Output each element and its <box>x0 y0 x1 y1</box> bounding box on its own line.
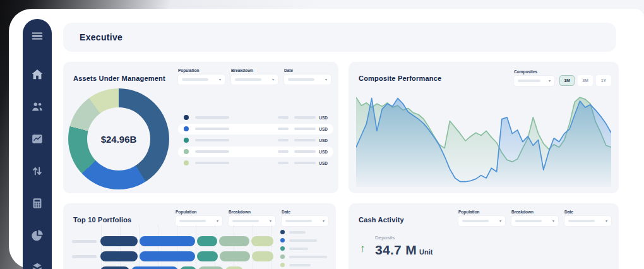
legend-item <box>280 254 327 259</box>
chevron-down-icon: ▾ <box>552 219 554 223</box>
panel-title: Top 10 Portfolios <box>73 216 131 224</box>
sidebar-item-allocation[interactable] <box>30 228 45 243</box>
app-window: Executive Assets Under Management Popula… <box>0 0 644 269</box>
bar-segment <box>225 266 243 269</box>
legend-item <box>280 238 327 242</box>
aum-donut-chart: $24.96B <box>68 88 169 189</box>
currency-label: USD <box>319 150 328 154</box>
deposits-unit: Unit <box>419 248 432 256</box>
filter-date: Date ▾ <box>282 210 328 226</box>
legend-dot <box>280 230 285 234</box>
bar-segment <box>251 236 273 246</box>
range-button-1y[interactable]: 1Y <box>596 75 611 86</box>
bar-segment <box>100 236 138 246</box>
gridline <box>177 225 177 269</box>
gridline <box>101 225 102 269</box>
panel-title: Cash Activity <box>359 216 404 224</box>
bar-segment <box>140 251 195 261</box>
sidebar-item-calculator[interactable] <box>30 196 45 211</box>
filter-label: Breakdown <box>231 68 278 73</box>
filter-label: Population <box>458 210 505 214</box>
breakdown-select[interactable]: ▾ <box>229 216 275 226</box>
bar-segment <box>252 251 273 261</box>
filter-population: Population ▾ <box>178 68 225 85</box>
legend-row: USD <box>178 158 333 169</box>
portfolio-legend <box>280 230 327 267</box>
filter-date: Date ▾ <box>564 210 611 226</box>
filter-population: Population ▾ <box>176 210 222 226</box>
bar-segment <box>198 266 224 269</box>
filter-label: Date <box>284 68 331 73</box>
donut-center: $24.96B <box>87 107 150 170</box>
deposits-value: 34.7 M <box>375 242 417 258</box>
chevron-down-icon: ▾ <box>323 219 325 223</box>
gridline <box>139 225 140 269</box>
gridline <box>271 225 272 269</box>
home-icon <box>30 68 44 81</box>
filter-breakdown: Breakdown ▾ <box>511 210 558 226</box>
aum-legend: USD USD USD USD USD <box>178 112 333 169</box>
legend-dot <box>184 126 189 131</box>
gridline <box>234 225 234 269</box>
legend-label-placeholder <box>289 256 327 258</box>
panel-composite-performance: Composite Performance Composites ▾ 1M 3M… <box>349 62 619 193</box>
sidebar-nav <box>30 67 45 269</box>
legend-label-placeholder <box>289 264 311 266</box>
select-placeholder <box>518 80 540 82</box>
date-select[interactable]: ▾ <box>564 216 611 226</box>
date-select[interactable]: ▾ <box>282 216 328 226</box>
legend-row: USD <box>178 124 333 134</box>
select-placeholder <box>515 220 542 222</box>
breakdown-select[interactable]: ▾ <box>511 216 558 226</box>
bar-segment <box>131 266 178 269</box>
sidebar-item-clients[interactable] <box>30 99 45 114</box>
select-placeholder <box>568 220 595 222</box>
panel-top-10-portfolios: Top 10 Portfolios Population ▾ Breakdown… <box>63 203 336 269</box>
filter-population: Population ▾ <box>458 210 505 226</box>
sidebar-item-home[interactable] <box>30 67 45 82</box>
portfolio-row <box>72 251 273 261</box>
deposits-metric: Deposits 34.7 M Unit <box>375 235 432 258</box>
filter-bar: Population ▾ Breakdown ▾ Date ▾ <box>458 210 611 226</box>
legend-label-placeholder <box>195 162 229 164</box>
panel-title: Composite Performance <box>359 75 441 82</box>
filter-bar: Population ▾ Breakdown ▾ Date ▾ <box>178 68 331 85</box>
panel-title: Assets Under Management <box>73 75 165 82</box>
sidebar-item-holdings[interactable] <box>30 260 45 269</box>
legend-label-placeholder <box>289 248 308 250</box>
population-select[interactable]: ▾ <box>176 216 222 226</box>
select-placeholder <box>179 220 206 222</box>
filter-date: Date ▾ <box>284 68 331 85</box>
chevron-down-icon: ▾ <box>272 78 274 81</box>
filter-label: Breakdown <box>229 210 275 214</box>
breakdown-select[interactable]: ▾ <box>231 75 278 85</box>
chevron-down-icon: ▾ <box>605 219 607 223</box>
range-button-1m[interactable]: 1M <box>559 75 575 86</box>
chevron-down-icon: ▾ <box>549 79 551 83</box>
currency-label: USD <box>319 161 328 165</box>
legend-row: USD <box>178 146 333 157</box>
page-title: Executive <box>80 32 122 42</box>
currency-label: USD <box>319 127 328 131</box>
sidebar-item-transfers[interactable] <box>30 164 45 179</box>
legend-item <box>280 246 327 251</box>
chevron-down-icon: ▾ <box>270 219 271 223</box>
range-toggle: 1M 3M 1Y <box>559 75 611 86</box>
chevron-down-icon: ▾ <box>325 78 327 81</box>
chart-image-icon <box>30 132 44 146</box>
composites-select[interactable]: ▾ <box>514 76 554 86</box>
legend-item <box>280 263 327 267</box>
value-placeholder <box>278 128 289 130</box>
sidebar-item-performance[interactable] <box>30 131 45 146</box>
date-select[interactable]: ▾ <box>284 75 331 85</box>
gridline <box>196 225 196 269</box>
pie-chart-icon <box>30 229 44 242</box>
users-icon <box>30 100 44 114</box>
range-button-3m[interactable]: 3M <box>578 75 593 86</box>
legend-dot <box>184 149 189 154</box>
population-select[interactable]: ▾ <box>178 75 225 85</box>
filter-label: Date <box>282 210 328 214</box>
bar-segment <box>180 266 196 269</box>
population-select[interactable]: ▾ <box>458 216 505 226</box>
menu-button[interactable] <box>30 29 45 43</box>
